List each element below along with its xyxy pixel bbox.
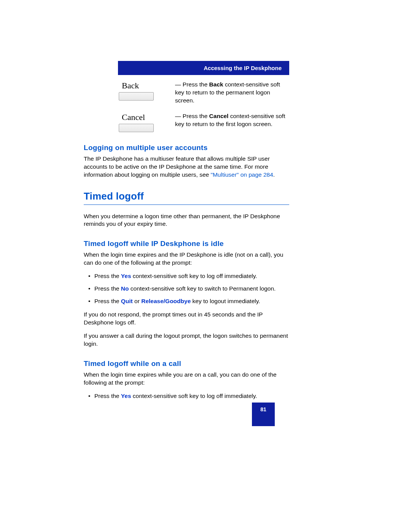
key-name: Quit <box>121 298 133 304</box>
document-page: Accessing the IP Deskphone Back — Press … <box>84 61 289 405</box>
text: context-sensitive soft key to log off im… <box>131 273 257 279</box>
paragraph-idle-answer: If you answer a call during the logout p… <box>84 332 289 348</box>
key-name: Yes <box>121 273 131 279</box>
paragraph-multiuser: The IP Deskphone has a multiuser feature… <box>84 155 289 179</box>
idle-bullet-list: Press the Yes context-sensitive soft key… <box>84 272 289 305</box>
text: Press the <box>94 298 121 304</box>
text: Press the <box>94 273 121 279</box>
list-item: Press the No context-sensitive soft key … <box>84 285 289 293</box>
softkey-desc-cancel: — Press the Cancel context-sensitive sof… <box>175 112 289 132</box>
text: Press the <box>183 113 209 119</box>
paragraph-idle-intro: When the login time expires and the IP D… <box>84 251 289 267</box>
text: key to logout immediately. <box>191 298 260 304</box>
softkey-left-col: Cancel <box>118 112 175 132</box>
heading-multiuser: Logging on multiple user accounts <box>84 144 289 152</box>
softkey-label-cancel: Cancel <box>118 112 175 122</box>
text: Press the <box>94 285 121 292</box>
heading-idle: Timed logoff while IP Deskphone is idle <box>84 240 289 248</box>
text: . <box>273 171 275 178</box>
text: Press the <box>183 81 209 88</box>
paragraph-idle-timeout: If you do not respond, the prompt times … <box>84 311 289 327</box>
softkey-desc-back: — Press the Back context-sensitive soft … <box>175 81 289 105</box>
softkey-label-back: Back <box>118 81 175 91</box>
key-name: Yes <box>121 393 131 399</box>
cross-reference-link[interactable]: "Multiuser" on page 284 <box>210 171 273 178</box>
page-number: 81 <box>252 403 275 426</box>
text: or <box>133 298 141 304</box>
softkey-button-back <box>119 92 154 101</box>
section-divider <box>84 204 289 205</box>
list-item: Press the Yes context-sensitive soft key… <box>84 272 289 280</box>
paragraph-timed-intro: When you determine a logon time other th… <box>84 212 289 228</box>
list-item: Press the Yes context-sensitive soft key… <box>84 392 289 400</box>
key-name: Back <box>209 81 223 88</box>
dash: — <box>175 113 181 119</box>
paragraph-call-intro: When the login time expires while you ar… <box>84 371 289 387</box>
softkey-row-back: Back — Press the Back context-sensitive … <box>118 81 289 105</box>
key-name: No <box>121 285 129 292</box>
softkey-row-cancel: Cancel — Press the Cancel context-sensit… <box>118 112 289 132</box>
heading-timed-logoff: Timed logoff <box>84 190 289 202</box>
text: context-sensitive soft key to switch to … <box>129 285 276 292</box>
heading-on-call: Timed logoff while on a call <box>84 359 289 368</box>
key-name: Release/Goodbye <box>141 298 191 304</box>
key-name: Cancel <box>209 113 229 119</box>
text: Press the <box>94 393 121 399</box>
text: context-sensitive soft key to log off im… <box>131 393 257 399</box>
softkey-left-col: Back <box>118 81 175 105</box>
chapter-header: Accessing the IP Deskphone <box>118 61 289 75</box>
softkey-button-cancel <box>119 124 154 132</box>
dash: — <box>175 81 181 88</box>
call-bullet-list: Press the Yes context-sensitive soft key… <box>84 392 289 400</box>
list-item: Press the Quit or Release/Goodbye key to… <box>84 297 289 305</box>
